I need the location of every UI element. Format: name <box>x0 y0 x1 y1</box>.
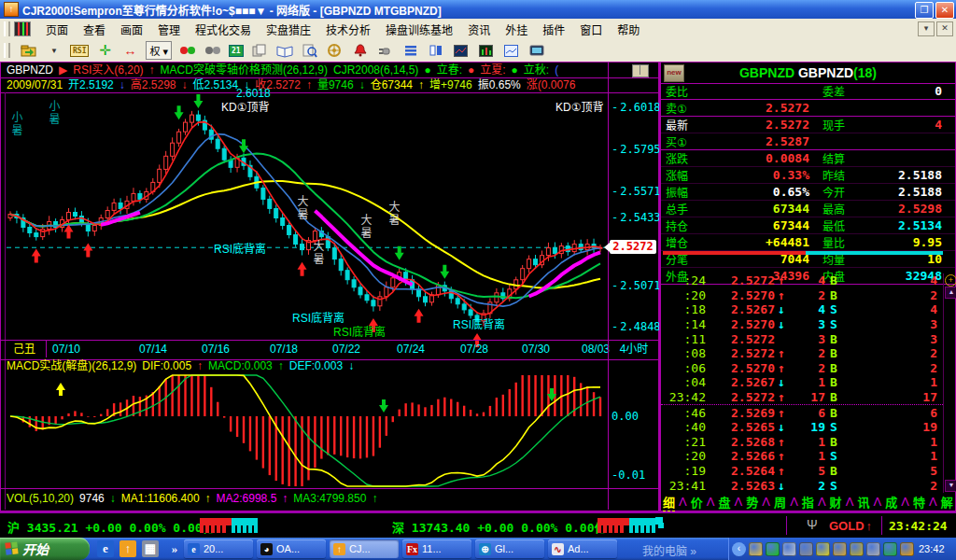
menu-item-外挂[interactable]: 外挂 <box>498 20 535 39</box>
task-button-11[interactable]: Fx11... <box>402 539 471 558</box>
macd-pane[interactable] <box>7 373 606 488</box>
tab-价[interactable]: 价 <box>691 493 703 511</box>
tray-dog-icon[interactable] <box>749 542 763 556</box>
text-segment: ↑ <box>418 78 424 91</box>
menu-item-操盘训练基地[interactable]: 操盘训练基地 <box>378 20 460 39</box>
dropdown-caret-icon[interactable]: ▼ <box>44 40 64 61</box>
tab-特[interactable]: 特 <box>913 493 925 511</box>
tick-cell: B <box>825 464 842 478</box>
chart-window-red-icon[interactable] <box>451 40 471 61</box>
split-view-icon[interactable] <box>632 64 649 77</box>
open-chart-icon[interactable] <box>19 40 39 61</box>
menu-item-页面[interactable]: 页面 <box>38 20 76 39</box>
start-button[interactable]: 开始 <box>0 538 90 560</box>
tick-row: 23:412.5263↓2S2 <box>661 478 943 493</box>
menu-close-button[interactable]: ✕ <box>936 21 953 36</box>
rsi-indicator-icon[interactable]: RSI <box>69 40 90 61</box>
tick-row: :082.5272↑2B2 <box>661 346 943 361</box>
tray-mouse-icon[interactable] <box>866 542 880 556</box>
traffic-lights-icon[interactable] <box>177 40 198 61</box>
quote-label: 量比 <box>809 234 875 250</box>
menu-item-窗口[interactable]: 窗口 <box>572 20 610 39</box>
tab-周[interactable]: 周 <box>774 493 786 511</box>
search-doc-icon[interactable] <box>300 40 320 61</box>
text-segment: 高2.5298 <box>131 78 176 91</box>
menu-item-技术分析[interactable]: 技术分析 <box>318 20 378 39</box>
wheel-icon[interactable] <box>325 40 345 61</box>
move-cross-icon[interactable]: ✛ <box>94 40 115 61</box>
restore-button[interactable]: ❐ <box>915 2 934 19</box>
tab-解[interactable]: 解 <box>941 493 953 511</box>
menu-item-资讯[interactable]: 资讯 <box>460 20 498 39</box>
tray-robot-icon[interactable] <box>799 542 813 556</box>
quick-launch-chevron[interactable]: » <box>166 540 183 557</box>
swap-arrows-icon[interactable]: ↔ <box>120 40 140 61</box>
tray-chart-icon[interactable] <box>766 542 780 556</box>
scroll-up-button[interactable]: ▲ <box>945 287 956 299</box>
task-button-20[interactable]: e20... <box>184 539 253 558</box>
list-bars-icon[interactable] <box>401 40 421 61</box>
text-segment: VOL(5,10,20) <box>7 492 74 505</box>
my-computer-toolbar[interactable]: 我的电脑 » <box>642 542 696 558</box>
menu-item-程式化交易[interactable]: 程式化交易 <box>188 20 259 39</box>
tab-盘[interactable]: 盘 <box>719 493 731 511</box>
plug-icon[interactable] <box>375 40 396 61</box>
menu-item-帮助[interactable]: 帮助 <box>610 20 647 39</box>
x-tick-label: 07/16 <box>202 343 230 356</box>
tab-指[interactable]: 指 <box>802 493 814 511</box>
chart-window-blue-icon[interactable] <box>501 40 522 61</box>
split-columns-icon[interactable] <box>426 40 446 61</box>
tab-势[interactable]: 势 <box>746 493 758 511</box>
tray-display-icon[interactable] <box>782 542 796 556</box>
quote-label: 委差 <box>809 83 875 99</box>
stamp-icon[interactable]: new <box>664 64 684 82</box>
gold-status[interactable]: GOLD↑ <box>829 519 872 533</box>
menu-item-实盘猎庄[interactable]: 实盘猎庄 <box>259 20 318 39</box>
copy-pages-icon[interactable] <box>249 40 270 61</box>
tray-collapse-chevron[interactable]: ‹ <box>732 542 746 556</box>
chart-window-green-icon[interactable] <box>476 40 497 61</box>
tick-cell: ↓ <box>775 479 788 493</box>
tab-财[interactable]: 财 <box>830 493 842 511</box>
tray-keyboard-icon[interactable] <box>850 542 864 556</box>
menu-minimize-button[interactable]: ▾ <box>918 21 935 36</box>
main-candle-chart[interactable] <box>7 92 606 340</box>
calendar-icon[interactable]: 21 <box>228 40 245 61</box>
menu-item-画面[interactable]: 画面 <box>113 20 150 39</box>
tray-shield-icon[interactable] <box>900 542 914 556</box>
status-clock: 23:42:24 <box>889 519 948 533</box>
open-book-icon[interactable] <box>274 40 295 61</box>
tray-star-icon[interactable] <box>816 542 830 556</box>
target-icon[interactable]: + <box>945 274 956 287</box>
task-button-Ad[interactable]: ∿Ad... <box>548 539 617 558</box>
tab-成[interactable]: 成 <box>885 493 897 511</box>
screen-icon[interactable] <box>527 40 547 61</box>
quote-label: 买① <box>661 133 720 149</box>
tab-细[interactable]: 细 <box>663 493 675 511</box>
tab-separator: Λ <box>901 495 909 509</box>
tray-updown-icon[interactable] <box>883 542 897 556</box>
tab-separator: Λ <box>679 495 687 509</box>
toolbar-grip[interactable] <box>4 43 10 58</box>
gray-circles-icon[interactable] <box>203 40 223 61</box>
ie-icon[interactable]: e <box>97 540 114 557</box>
alarm-bell-icon[interactable] <box>350 40 371 61</box>
tick-cell: 2.5270 <box>706 317 775 331</box>
task-button-OA[interactable]: ◕OA... <box>257 539 326 558</box>
rights-button[interactable]: 权 ▾ <box>145 40 173 61</box>
task-button-Gl[interactable]: ⊕Gl... <box>475 539 544 558</box>
period-label[interactable]: 4小时 <box>608 341 659 357</box>
close-button[interactable]: ✕ <box>935 2 954 19</box>
scroll-down-button[interactable]: ▼ <box>945 480 956 492</box>
media-icon[interactable]: ▦ <box>142 540 159 557</box>
menu-grip[interactable] <box>4 21 10 36</box>
tick-scrollbar[interactable]: + ▲ ▼ <box>943 273 956 493</box>
menu-item-查看[interactable]: 查看 <box>76 20 113 39</box>
task-button-CJ[interactable]: ↑CJ... <box>330 539 399 558</box>
menu-item-插件[interactable]: 插件 <box>535 20 572 39</box>
cj-quick-icon[interactable]: ↑ <box>120 540 136 557</box>
tray-dog2-icon[interactable] <box>833 542 847 556</box>
tab-讯[interactable]: 讯 <box>857 493 869 511</box>
quote-value: 2.5134 <box>875 218 955 232</box>
menu-item-管理[interactable]: 管理 <box>150 20 188 39</box>
